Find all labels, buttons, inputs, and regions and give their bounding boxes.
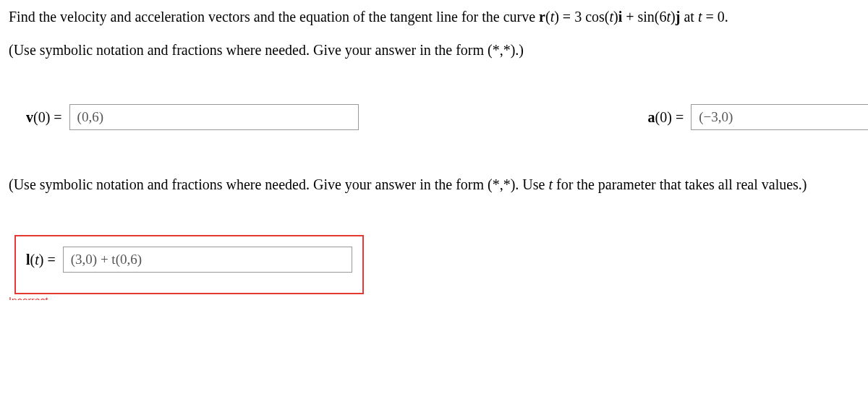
v-input[interactable] — [69, 104, 359, 130]
instruction-2: (Use symbolic notation and fractions whe… — [9, 174, 859, 195]
question-text: Find the velocity and acceleration vecto… — [9, 6, 859, 27]
incorrect-box: l(t) = — [14, 235, 364, 294]
instruction-1: (Use symbolic notation and fractions whe… — [9, 39, 859, 61]
a-label: a(0) = — [648, 106, 684, 128]
answer-row-va: v(0) = a(0) = — [9, 104, 859, 130]
l-input[interactable] — [63, 247, 352, 273]
l-label: l(t) = — [26, 249, 56, 270]
answer-group-l: l(t) = — [26, 247, 352, 273]
incorrect-label: Incorrect — [9, 294, 48, 300]
answer-group-v: v(0) = — [26, 104, 359, 130]
v-label: v(0) = — [26, 106, 62, 128]
answer-row-l: l(t) = Incorrect — [9, 235, 859, 294]
answer-group-a: a(0) = — [648, 104, 868, 130]
a-input[interactable] — [691, 104, 868, 130]
